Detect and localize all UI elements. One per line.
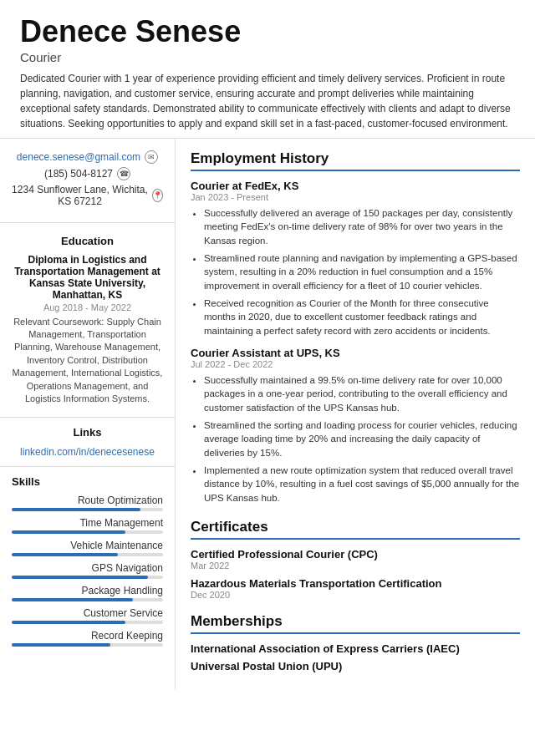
cert-name: Certified Professional Courier (CPC) [191, 548, 520, 561]
cert-name: Hazardous Materials Transportation Certi… [191, 577, 520, 590]
skill-item: Customer Service [12, 607, 163, 624]
skill-name: Customer Service [12, 607, 163, 619]
candidate-summary: Dedicated Courier with 1 year of experie… [20, 71, 515, 131]
cert-entry: Certified Professional Courier (CPC) Mar… [191, 548, 520, 571]
job-title: Courier Assistant at UPS, KS [191, 347, 520, 359]
linkedin-link[interactable]: linkedin.com/in/denecesenese [20, 446, 155, 458]
job-date: Jul 2022 - Dec 2022 [191, 359, 520, 369]
skill-item: Route Optimization [12, 495, 163, 511]
bullet-item: Implemented a new route optimization sys… [204, 464, 520, 505]
job-entry: Courier at FedEx, KS Jan 2023 - Present … [191, 180, 520, 338]
bullet-item: Streamlined route planning and navigatio… [204, 251, 520, 293]
skills-heading: Skills [12, 475, 163, 488]
education-heading: Education [12, 235, 163, 247]
job-date: Jan 2023 - Present [191, 192, 520, 202]
skill-bar-fill [12, 530, 125, 534]
skill-name: Vehicle Maintenance [12, 540, 163, 551]
skill-item: Package Handling [12, 585, 163, 601]
skills-section: Skills Route Optimization Time Managemen… [0, 467, 175, 664]
email-link[interactable]: denece.senese@gmail.com [17, 151, 140, 163]
phone-number: (185) 504-8127 [44, 168, 113, 180]
courses-text: Supply Chain Management, Transportation … [13, 317, 163, 403]
cert-date: Dec 2020 [191, 590, 520, 600]
skill-bar [12, 598, 163, 601]
location-icon: 📍 [152, 189, 163, 202]
skill-bar-fill [12, 576, 148, 579]
skill-item: GPS Navigation [12, 562, 163, 579]
jobs-list: Courier at FedEx, KS Jan 2023 - Present … [191, 180, 520, 505]
certs-list: Certified Professional Courier (CPC) Mar… [191, 548, 520, 600]
skill-name: Record Keeping [12, 630, 163, 642]
membership-item: International Association of Express Car… [191, 642, 520, 655]
education-section: Education Diploma in Logistics and Trans… [0, 223, 175, 419]
main-layout: denece.senese@gmail.com ✉ (185) 504-8127… [0, 138, 535, 689]
left-column: denece.senese@gmail.com ✉ (185) 504-8127… [0, 139, 176, 689]
bullet-item: Successfully delivered an average of 150… [204, 206, 520, 248]
cert-date: Mar 2022 [191, 561, 520, 571]
skill-name: GPS Navigation [12, 562, 163, 574]
job-entry: Courier Assistant at UPS, KS Jul 2022 - … [191, 347, 520, 505]
job-title: Courier at FedEx, KS [191, 180, 520, 192]
skill-bar [12, 553, 163, 556]
job-bullets: Successfully maintained a 99.5% on-time … [191, 373, 520, 505]
header: Denece Senese Courier Dedicated Courier … [0, 0, 535, 138]
skills-list: Route Optimization Time Management Vehic… [12, 495, 163, 647]
phone-row: (185) 504-8127 ☎ [12, 167, 163, 180]
skill-item: Time Management [12, 517, 163, 534]
skill-bar-fill [12, 598, 133, 601]
skill-name: Route Optimization [12, 495, 163, 506]
cert-entry: Hazardous Materials Transportation Certi… [191, 577, 520, 600]
memberships-heading: Memberships [191, 613, 520, 634]
skill-bar-fill [12, 508, 140, 511]
skill-item: Record Keeping [12, 630, 163, 647]
right-column: Employment History Courier at FedEx, KS … [176, 139, 535, 689]
edu-degree: Diploma in Logistics and Transportation … [12, 254, 163, 301]
skill-name: Package Handling [12, 585, 163, 596]
candidate-title: Courier [20, 50, 515, 64]
bullet-item: Successfully maintained a 99.5% on-time … [204, 373, 520, 415]
edu-date: Aug 2018 - May 2022 [12, 302, 163, 312]
memberships-list: International Association of Express Car… [191, 642, 520, 672]
skill-item: Vehicle Maintenance [12, 540, 163, 556]
bullet-item: Received recognition as Courier of the M… [204, 297, 520, 338]
skill-bar [12, 621, 163, 624]
contact-section: denece.senese@gmail.com ✉ (185) 504-8127… [0, 139, 175, 223]
phone-icon: ☎ [117, 167, 130, 180]
skill-bar [12, 508, 163, 511]
job-bullets: Successfully delivered an average of 150… [191, 206, 520, 338]
bullet-item: Streamlined the sorting and loading proc… [204, 419, 520, 460]
links-section: Links linkedin.com/in/denecesenese [0, 418, 175, 467]
candidate-name: Denece Senese [20, 15, 515, 48]
address-row: 1234 Sunflower Lane, Wichita, KS 67212 📍 [12, 184, 163, 207]
skill-bar-fill [12, 553, 118, 556]
skill-bar [12, 643, 163, 647]
skill-bar [12, 576, 163, 579]
certificates-heading: Certificates [191, 519, 520, 540]
email-icon: ✉ [145, 150, 158, 164]
courses-label: Relevant Coursework: [13, 317, 104, 327]
membership-item: Universal Postal Union (UPU) [191, 660, 520, 672]
skill-bar [12, 530, 163, 534]
skill-bar-fill [12, 643, 110, 647]
links-heading: Links [12, 426, 163, 439]
email-row: denece.senese@gmail.com ✉ [12, 150, 163, 164]
employment-heading: Employment History [191, 150, 520, 171]
skill-name: Time Management [12, 517, 163, 529]
edu-courses: Relevant Coursework: Supply Chain Manage… [12, 316, 163, 406]
address-text: 1234 Sunflower Lane, Wichita, KS 67212 [12, 184, 148, 207]
skill-bar-fill [12, 621, 125, 624]
